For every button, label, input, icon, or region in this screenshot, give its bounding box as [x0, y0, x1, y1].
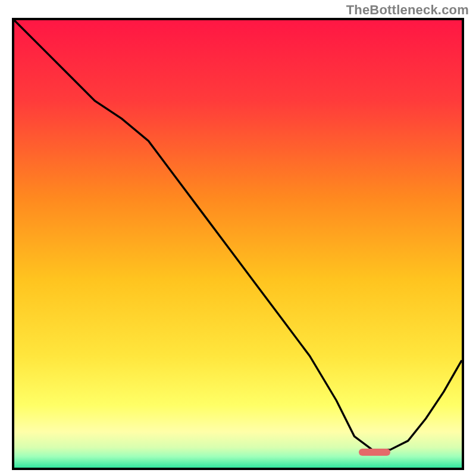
curve-path: [14, 20, 462, 450]
optimal-range-marker: [359, 449, 390, 456]
watermark-label: TheBottleneck.com: [346, 2, 469, 18]
bottleneck-curve: [14, 20, 462, 468]
plot-area: [12, 18, 464, 470]
chart-stage: TheBottleneck.com: [0, 0, 476, 476]
